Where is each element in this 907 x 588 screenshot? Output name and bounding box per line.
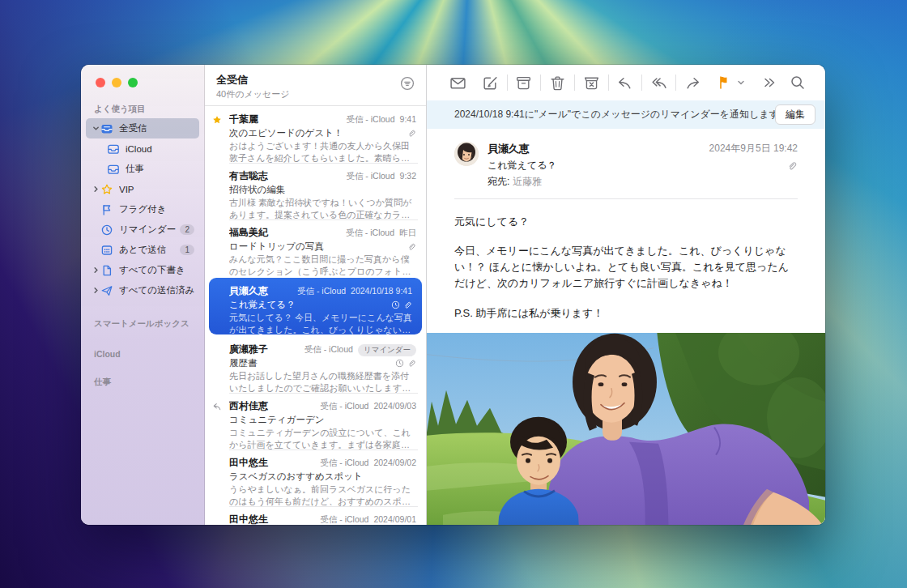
all-inboxes-icon bbox=[100, 122, 114, 135]
sidebar-item-label: すべての下書き bbox=[119, 264, 194, 276]
traffic-lights bbox=[81, 75, 204, 99]
compose-icon[interactable] bbox=[480, 73, 500, 92]
body-paragraph: P.S. 助手席には私が乗ります！ bbox=[454, 305, 798, 322]
more-toolbar-items-icon[interactable] bbox=[760, 73, 780, 92]
sidebar-item-work-inbox[interactable]: 仕事 bbox=[100, 159, 199, 179]
chevron-down-icon[interactable] bbox=[92, 125, 100, 132]
mail-window: よく使う項目 全受信 iCloud 仕事 bbox=[81, 65, 825, 525]
sidebar-item-label: iCloud bbox=[126, 144, 194, 154]
sidebar-section-favorites: よく使う項目 bbox=[81, 99, 204, 118]
reminders-count-badge: 2 bbox=[180, 224, 194, 235]
message-recipient: 宛先:近藤雅 bbox=[488, 175, 709, 189]
chevron-right-icon[interactable] bbox=[92, 287, 100, 294]
sidebar-item-label: フラグ付き bbox=[119, 203, 194, 215]
sidebar-item-reminders[interactable]: リマインダー 2 bbox=[86, 219, 199, 240]
paperclip-icon bbox=[407, 129, 416, 138]
sidebar-item-send-later[interactable]: あとで送信 1 bbox=[86, 240, 199, 260]
sidebar-item-all-sent[interactable]: すべての送信済み bbox=[86, 280, 199, 300]
message-row[interactable]: 福島美紀受信 - iCloud昨日 ロードトリップの写真 みんな元気？ここ数日間… bbox=[205, 219, 426, 276]
message-body: 元気にしてる？ 今日、メモリーにこんな写真が出てきました。これ、びっくりじゃない… bbox=[427, 199, 825, 333]
body-paragraph: 元気にしてる？ bbox=[454, 214, 798, 230]
draft-document-icon bbox=[100, 264, 114, 277]
flag-icon bbox=[100, 203, 114, 216]
sidebar-item-vip[interactable]: VIP bbox=[86, 179, 199, 199]
trash-icon[interactable] bbox=[547, 73, 568, 92]
message-row[interactable]: 千葉麗受信 - iCloud9:41 次のエピソードのゲスト！ おはようございま… bbox=[205, 106, 426, 163]
attachment-paperclip-icon[interactable] bbox=[709, 160, 798, 171]
inbox-icon bbox=[107, 163, 121, 176]
sidebar-section-work[interactable]: 仕事 bbox=[81, 362, 204, 391]
chevron-right-icon[interactable] bbox=[92, 266, 100, 274]
reply-all-icon[interactable] bbox=[649, 73, 669, 92]
clock-icon bbox=[100, 224, 114, 236]
message-row[interactable]: 田中悠生受信 - iCloud2024/09/01 bbox=[205, 506, 426, 525]
filter-icon[interactable] bbox=[400, 76, 415, 94]
message-date: 2024年9月5日 19:42 bbox=[709, 142, 798, 156]
toolbar bbox=[427, 65, 825, 100]
message-row-selected[interactable]: 貝瀬久恵受信 - iCloud2024/10/18 9:41 これ覚えてる？ 元… bbox=[209, 278, 422, 334]
flag-chevron-down-icon[interactable] bbox=[735, 73, 747, 92]
reply-icon[interactable] bbox=[615, 73, 636, 92]
search-icon[interactable] bbox=[787, 73, 807, 92]
archive-icon[interactable] bbox=[514, 73, 534, 92]
sidebar-item-icloud-inbox[interactable]: iCloud bbox=[100, 138, 199, 159]
message-header: 貝瀬久恵 これ覚えてる？ 宛先:近藤雅 2024年9月5日 19:42 bbox=[427, 129, 825, 198]
avatar[interactable] bbox=[454, 142, 479, 166]
message-row[interactable]: 有吉聡志受信 - iCloud9:32 招待状の編集 古川様 素敵な招待状ですね… bbox=[205, 163, 426, 219]
paperclip-icon bbox=[407, 359, 416, 368]
reminder-banner: 2024/10/18 9:41に"メール"でこのメッセージのリマインダーを通知し… bbox=[427, 100, 825, 129]
edit-reminder-button[interactable]: 編集 bbox=[775, 104, 815, 125]
replied-arrow-icon bbox=[212, 400, 222, 415]
message-row[interactable]: 西村佳恵受信 - iCloud2024/09/03 コミュニティガーデン コミュ… bbox=[205, 393, 426, 450]
mailbox-title: 全受信 bbox=[216, 73, 416, 87]
sidebar-item-label: VIP bbox=[119, 185, 194, 194]
chevron-right-icon[interactable] bbox=[92, 185, 100, 193]
message-rows: 千葉麗受信 - iCloud9:41 次のエピソードのゲスト！ おはようございま… bbox=[205, 106, 426, 525]
reminder-banner-text: 2024/10/18 9:41に"メール"でこのメッセージのリマインダーを通知し… bbox=[454, 108, 775, 121]
minimize-window-button[interactable] bbox=[112, 78, 121, 87]
sidebar-item-label: あとで送信 bbox=[119, 244, 180, 256]
junk-icon[interactable] bbox=[581, 73, 602, 92]
reminder-badge: リマインダー bbox=[358, 344, 416, 356]
paperclip-icon bbox=[403, 300, 412, 309]
get-mail-icon[interactable] bbox=[448, 73, 468, 92]
close-window-button[interactable] bbox=[96, 78, 105, 87]
star-icon bbox=[100, 183, 114, 196]
send-later-icon bbox=[100, 244, 114, 257]
sidebar-section-smart-mailboxes[interactable]: スマートメールボックス bbox=[81, 307, 204, 333]
sidebar-item-label: すべての送信済み bbox=[119, 284, 194, 296]
paperclip-icon bbox=[407, 242, 416, 251]
inbox-icon bbox=[107, 143, 121, 156]
message-row[interactable]: 田中悠生受信 - iCloud2024/09/02 ラスベガスのおすすめスポット… bbox=[205, 450, 426, 506]
zoom-window-button[interactable] bbox=[128, 78, 138, 87]
message-sender-name: 貝瀬久恵 bbox=[488, 142, 709, 156]
forward-icon[interactable] bbox=[683, 73, 703, 92]
message-count: 40件のメッセージ bbox=[216, 88, 416, 100]
message-sender: 千葉麗 bbox=[229, 113, 341, 126]
sidebar-item-label: 全受信 bbox=[119, 122, 194, 134]
message-row[interactable]: 廣瀬雅子受信 - iCloudリマインダー 履歴書 先日お話しした望月さんの職務… bbox=[205, 336, 426, 393]
flag-icon[interactable] bbox=[715, 73, 735, 92]
sidebar: よく使う項目 全受信 iCloud 仕事 bbox=[81, 65, 205, 525]
reading-pane: 2024/10/18 9:41に"メール"でこのメッセージのリマインダーを通知し… bbox=[427, 65, 825, 525]
sidebar-section-icloud[interactable]: iCloud bbox=[81, 333, 204, 362]
reminder-clock-icon bbox=[395, 359, 404, 368]
sidebar-item-flagged[interactable]: フラグ付き bbox=[86, 199, 199, 219]
sidebar-item-label: リマインダー bbox=[119, 224, 180, 236]
paper-plane-icon bbox=[100, 284, 114, 297]
star-flag-icon bbox=[212, 113, 222, 128]
sidebar-item-all-inboxes[interactable]: 全受信 bbox=[86, 118, 199, 138]
message-subject: これ覚えてる？ bbox=[488, 159, 709, 173]
message-list-header: 全受信 40件のメッセージ bbox=[205, 65, 426, 106]
sidebar-item-label: 仕事 bbox=[126, 163, 194, 175]
message-list: 全受信 40件のメッセージ 千葉麗受信 - iCloud9:41 次のエピソード… bbox=[205, 65, 427, 525]
send-later-count-badge: 1 bbox=[180, 245, 194, 255]
sidebar-item-all-drafts[interactable]: すべての下書き bbox=[86, 260, 199, 280]
body-paragraph: 今日、メモリーにこんな写真が出てきました。これ、びっくりじゃない！？ ほんとに懐… bbox=[454, 243, 798, 292]
reminder-clock-icon bbox=[391, 300, 400, 309]
attached-photo[interactable] bbox=[427, 333, 825, 525]
